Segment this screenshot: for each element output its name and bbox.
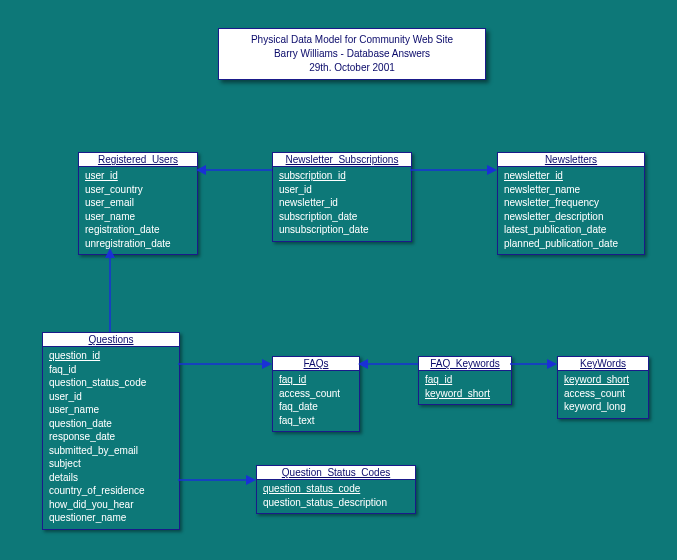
entity-header: KeyWords — [558, 357, 648, 371]
svg-marker-7 — [262, 359, 272, 369]
field: registration_date — [85, 223, 191, 237]
diagram-title: Physical Data Model for Community Web Si… — [218, 28, 486, 80]
field: user_country — [85, 183, 191, 197]
field: latest_publication_date — [504, 223, 638, 237]
entity-newsletter-subscriptions: Newsletter_Subscriptions subscription_id… — [272, 152, 412, 242]
field: planned_publication_date — [504, 237, 638, 251]
field: newsletter_description — [504, 210, 638, 224]
field-pk: subscription_id — [279, 169, 405, 183]
field: user_name — [49, 403, 173, 417]
field: questioner_name — [49, 511, 173, 525]
entity-body: keyword_short access_count keyword_long — [558, 371, 648, 418]
field: subscription_date — [279, 210, 405, 224]
field: user_id — [279, 183, 405, 197]
entity-faq-keywords: FAQ_Keywords faq_id keyword_short — [418, 356, 512, 405]
field: submitted_by_email — [49, 444, 173, 458]
entity-faqs: FAQs faq_id access_count faq_date faq_te… — [272, 356, 360, 432]
entity-body: newsletter_id newsletter_name newsletter… — [498, 167, 644, 254]
entity-header: Newsletters — [498, 153, 644, 167]
field: question_status_code — [49, 376, 173, 390]
entity-header: Question_Status_Codes — [257, 466, 415, 480]
field: question_status_description — [263, 496, 409, 510]
field: newsletter_name — [504, 183, 638, 197]
entity-keywords: KeyWords keyword_short access_count keyw… — [557, 356, 649, 419]
entity-newsletters: Newsletters newsletter_id newsletter_nam… — [497, 152, 645, 255]
entity-body: faq_id access_count faq_date faq_text — [273, 371, 359, 431]
field-pk: newsletter_id — [504, 169, 638, 183]
field: unsubscription_date — [279, 223, 405, 237]
field-pk: faq_id — [425, 373, 505, 387]
svg-marker-11 — [547, 359, 557, 369]
field: keyword_long — [564, 400, 642, 414]
entity-question-status-codes: Question_Status_Codes question_status_co… — [256, 465, 416, 514]
field: access_count — [279, 387, 353, 401]
field: unregistration_date — [85, 237, 191, 251]
entity-body: question_id faq_id question_status_code … — [43, 347, 179, 529]
entity-body: user_id user_country user_email user_nam… — [79, 167, 197, 254]
field: response_date — [49, 430, 173, 444]
title-line3: 29th. October 2001 — [227, 61, 477, 75]
field-pk: keyword_short — [425, 387, 505, 401]
field: question_date — [49, 417, 173, 431]
svg-marker-3 — [487, 165, 497, 175]
title-line2: Barry Williams - Database Answers — [227, 47, 477, 61]
entity-body: question_status_code question_status_des… — [257, 480, 415, 513]
field: faq_date — [279, 400, 353, 414]
field: country_of_residence — [49, 484, 173, 498]
field-pk: question_status_code — [263, 482, 409, 496]
field-pk: keyword_short — [564, 373, 642, 387]
entity-header: FAQ_Keywords — [419, 357, 511, 371]
field: access_count — [564, 387, 642, 401]
entity-registered-users: Registered_Users user_id user_country us… — [78, 152, 198, 255]
field: user_name — [85, 210, 191, 224]
field: user_email — [85, 196, 191, 210]
field: faq_id — [49, 363, 173, 377]
field-pk: user_id — [85, 169, 191, 183]
entity-header: FAQs — [273, 357, 359, 371]
field: user_id — [49, 390, 173, 404]
entity-body: faq_id keyword_short — [419, 371, 511, 404]
field-pk: question_id — [49, 349, 173, 363]
entity-questions: Questions question_id faq_id question_st… — [42, 332, 180, 530]
field-pk: faq_id — [279, 373, 353, 387]
entity-header: Newsletter_Subscriptions — [273, 153, 411, 167]
field: subject — [49, 457, 173, 471]
entity-body: subscription_id user_id newsletter_id su… — [273, 167, 411, 241]
title-line1: Physical Data Model for Community Web Si… — [227, 33, 477, 47]
entity-header: Registered_Users — [79, 153, 197, 167]
field: how_did_you_hear — [49, 498, 173, 512]
field: newsletter_id — [279, 196, 405, 210]
entity-header: Questions — [43, 333, 179, 347]
field: faq_text — [279, 414, 353, 428]
field: newsletter_frequency — [504, 196, 638, 210]
field: details — [49, 471, 173, 485]
svg-marker-13 — [246, 475, 256, 485]
